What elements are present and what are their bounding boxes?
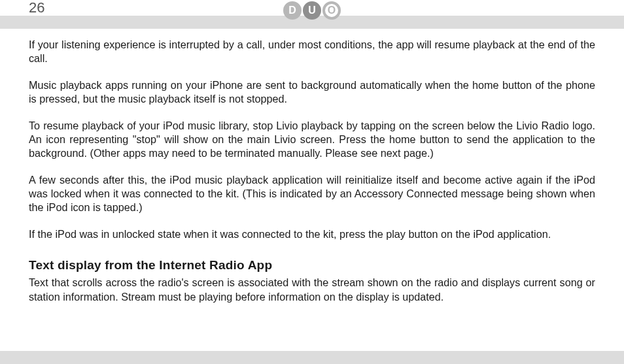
body-paragraph: If your listening experience is interrup… xyxy=(29,38,595,66)
logo-letter-u: U xyxy=(303,1,321,20)
logo-letter-o: O xyxy=(322,1,341,20)
footer-bar xyxy=(0,351,624,364)
page-number: 26 xyxy=(29,0,44,16)
duo-logo: D U O xyxy=(283,1,341,20)
body-paragraph: To resume playback of your iPod music li… xyxy=(29,119,595,161)
body-paragraph: A few seconds after this, the iPod music… xyxy=(29,173,595,215)
logo-letter-d: D xyxy=(283,1,302,20)
section-heading: Text display from the Internet Radio App xyxy=(29,257,595,273)
section-paragraph: Text that scrolls across the radio's scr… xyxy=(29,276,595,304)
body-paragraph: Music playback apps running on your iPho… xyxy=(29,78,595,107)
body-paragraph: If the iPod was in unlocked state when i… xyxy=(29,227,595,241)
page-content: If your listening experience is interrup… xyxy=(29,38,595,316)
